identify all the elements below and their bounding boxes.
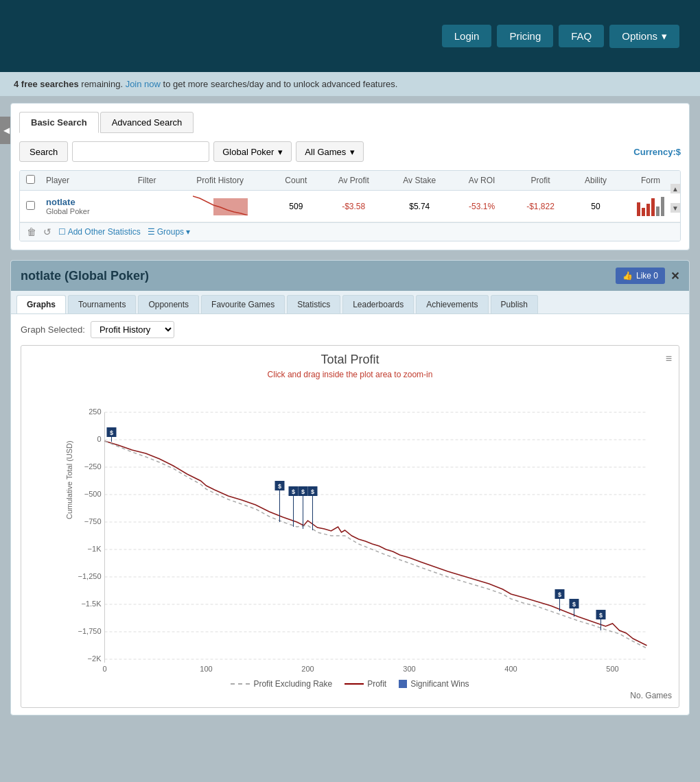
svg-text:0: 0 bbox=[102, 665, 106, 673]
player-panel-title: notlate (Global Poker) bbox=[21, 269, 149, 283]
graph-selector: Graph Selected: Profit History ROI Histo… bbox=[21, 321, 679, 338]
row-checkbox[interactable] bbox=[26, 201, 35, 210]
chevron-down-icon: ▾ bbox=[278, 147, 283, 157]
groups-icon: ☰ bbox=[148, 227, 155, 237]
player-name[interactable]: notlate bbox=[46, 197, 119, 207]
close-button[interactable]: ✕ bbox=[670, 270, 679, 283]
col-av-roi: Av ROI bbox=[453, 171, 511, 191]
svg-text:−250: −250 bbox=[84, 462, 102, 471]
tab-statistics[interactable]: Statistics bbox=[287, 295, 340, 313]
col-player: Player bbox=[40, 171, 124, 191]
groups-button[interactable]: ☰ Groups ▾ bbox=[148, 227, 190, 237]
games-dropdown-label: All Games bbox=[305, 147, 346, 157]
add-statistics-link[interactable]: ☐ Add Other Statistics bbox=[58, 227, 141, 237]
tab-publish[interactable]: Publish bbox=[491, 295, 538, 313]
tab-achievements[interactable]: Achievements bbox=[416, 295, 488, 313]
delete-icon[interactable]: 🗑 bbox=[27, 226, 36, 237]
select-all-checkbox[interactable] bbox=[26, 175, 35, 184]
svg-text:300: 300 bbox=[403, 665, 415, 673]
chart-no-games-label: No. Games bbox=[28, 691, 672, 700]
options-label: Options bbox=[622, 30, 657, 42]
tab-opponents[interactable]: Opponents bbox=[138, 295, 199, 313]
legend-dashed-line bbox=[231, 683, 250, 685]
col-av-stake: Av Stake bbox=[386, 171, 453, 191]
results-table: Player Filter Profit History Count Av Pr… bbox=[19, 170, 681, 241]
y-axis-label: Cumulative Total (USD) bbox=[65, 441, 73, 520]
scroll-down-arrow[interactable]: ▼ bbox=[670, 203, 680, 213]
search-tabs: Basic Search Advanced Search bbox=[19, 112, 681, 133]
scroll-up-arrow[interactable]: ▲ bbox=[670, 184, 680, 193]
like-button[interactable]: 👍 Like 0 bbox=[616, 268, 665, 284]
legend-profit: Profit bbox=[345, 679, 386, 689]
tab-advanced-search[interactable]: Advanced Search bbox=[100, 112, 194, 133]
col-profit-history: Profit History bbox=[170, 171, 271, 191]
chart-menu-icon[interactable]: ≡ bbox=[666, 353, 672, 365]
svg-text:−1.5K: −1.5K bbox=[81, 600, 102, 608]
site-dropdown[interactable]: Global Poker ▾ bbox=[213, 141, 292, 162]
col-count: Count bbox=[270, 171, 321, 191]
table-footer: 🗑 ↺ ☐ Add Other Statistics ☰ Groups ▾ bbox=[20, 222, 680, 241]
currency-label: Currency:$ bbox=[633, 147, 681, 157]
sparkline-svg bbox=[193, 195, 248, 215]
tab-basic-search[interactable]: Basic Search bbox=[19, 112, 99, 133]
faq-button[interactable]: FAQ bbox=[559, 25, 604, 47]
av-profit-cell: -$3.58 bbox=[321, 191, 386, 222]
chart-container: Total Profit Click and drag inside the p… bbox=[21, 345, 679, 708]
options-button[interactable]: Options ▾ bbox=[609, 25, 679, 48]
svg-text:400: 400 bbox=[504, 665, 517, 673]
tab-tournaments[interactable]: Tournaments bbox=[68, 295, 136, 313]
svg-text:−2K: −2K bbox=[88, 654, 102, 663]
player-panel-header: notlate (Global Poker) 👍 Like 0 ✕ bbox=[11, 261, 689, 291]
svg-text:250: 250 bbox=[89, 407, 101, 416]
panel-actions: 👍 Like 0 ✕ bbox=[616, 268, 679, 284]
profit-history-sparkline bbox=[170, 191, 271, 222]
chart-title: Total Profit bbox=[28, 353, 672, 367]
ability-cell: 50 bbox=[570, 191, 621, 222]
chevron-down-icon: ▾ bbox=[662, 30, 667, 43]
legend-significant-wins: Significant Wins bbox=[399, 679, 469, 689]
player-site: Global Poker bbox=[46, 207, 119, 215]
tab-favourite-games[interactable]: Favourite Games bbox=[201, 295, 285, 313]
legend-blue-box bbox=[399, 680, 407, 688]
games-dropdown[interactable]: All Games ▾ bbox=[296, 141, 364, 162]
graph-area: Graph Selected: Profit History ROI Histo… bbox=[11, 314, 689, 715]
tab-leaderboards[interactable]: Leaderboards bbox=[342, 295, 414, 313]
svg-text:$: $ bbox=[572, 601, 576, 608]
search-row: Search Global Poker ▾ All Games ▾ Curren… bbox=[19, 141, 681, 162]
refresh-icon[interactable]: ↺ bbox=[43, 226, 51, 237]
chevron-down-icon: ▾ bbox=[350, 147, 355, 157]
svg-text:$: $ bbox=[558, 591, 561, 598]
svg-marker-0 bbox=[213, 198, 248, 215]
profit-line bbox=[105, 441, 647, 645]
legend-solid-line bbox=[345, 683, 364, 685]
svg-text:$: $ bbox=[278, 483, 281, 490]
graph-selector-select[interactable]: Profit History ROI History Stakes Histor… bbox=[91, 321, 174, 338]
login-button[interactable]: Login bbox=[442, 25, 492, 47]
search-input[interactable] bbox=[72, 141, 209, 162]
legend-profit-excl-rake: Profit Excluding Rake bbox=[231, 679, 332, 689]
join-now-link[interactable]: Join now bbox=[126, 79, 161, 89]
svg-text:$: $ bbox=[599, 612, 603, 619]
col-profit: Profit bbox=[511, 171, 570, 191]
svg-text:500: 500 bbox=[606, 665, 618, 673]
header: Login Pricing FAQ Options ▾ bbox=[0, 0, 700, 72]
search-panel: Basic Search Advanced Search Search Glob… bbox=[10, 103, 690, 250]
pricing-button[interactable]: Pricing bbox=[497, 25, 553, 47]
main-chart-svg[interactable]: 250 0 −250 −500 −750 −1K −1,250 −1.5K −1… bbox=[66, 385, 665, 673]
svg-text:0: 0 bbox=[97, 435, 101, 443]
tab-graphs[interactable]: Graphs bbox=[16, 295, 66, 313]
av-stake-cell: $5.74 bbox=[386, 191, 453, 222]
graph-selector-label: Graph Selected: bbox=[21, 324, 85, 335]
svg-text:$: $ bbox=[311, 488, 314, 495]
svg-text:−1K: −1K bbox=[88, 545, 102, 553]
banner: 4 free searches remaining. Join now to g… bbox=[0, 72, 700, 96]
free-searches-text: 4 free searches bbox=[14, 79, 79, 89]
chart-subtitle: Click and drag inside the plot area to z… bbox=[28, 370, 672, 379]
svg-text:−1,250: −1,250 bbox=[78, 572, 102, 580]
col-ability: Ability bbox=[570, 171, 621, 191]
plus-icon: ☐ bbox=[58, 227, 68, 237]
site-dropdown-label: Global Poker bbox=[222, 147, 274, 157]
search-button[interactable]: Search bbox=[19, 141, 68, 162]
player-tabs: Graphs Tournaments Opponents Favourite G… bbox=[11, 291, 689, 314]
main-content: Basic Search Advanced Search Search Glob… bbox=[10, 103, 690, 715]
